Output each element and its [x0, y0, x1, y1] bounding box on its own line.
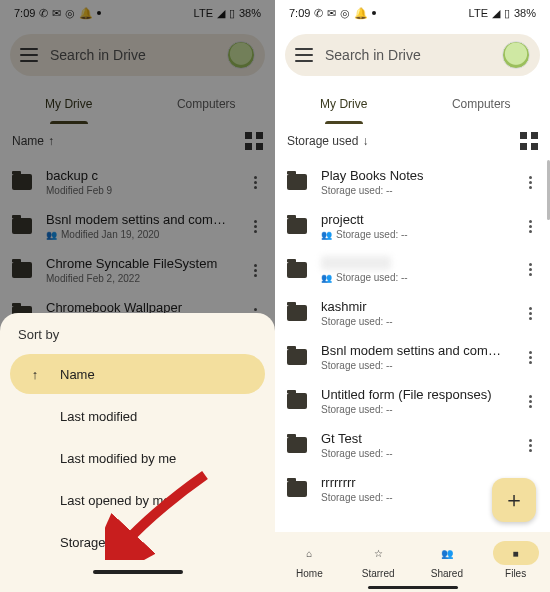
gesture-handle: [93, 570, 183, 574]
svg-rect-4: [520, 132, 527, 139]
sort-option[interactable]: Last modified: [10, 396, 265, 436]
file-name: Untitled form (File responses): [321, 387, 508, 402]
svg-rect-5: [531, 132, 538, 139]
sort-option[interactable]: Storage used: [10, 522, 265, 562]
avatar[interactable]: [502, 41, 530, 69]
option-label: Last modified by me: [60, 451, 176, 466]
sort-option[interactable]: ↑ Name: [10, 354, 265, 394]
search-bar[interactable]: Search in Drive: [285, 34, 540, 76]
file-name: rrrrrrrr: [321, 475, 508, 490]
msg-icon: ✉: [327, 7, 336, 20]
shared-icon: 👥: [321, 230, 332, 240]
phone-icon: ✆: [314, 7, 323, 20]
tabs: My Drive Computers: [275, 84, 550, 124]
net-label: LTE: [469, 7, 488, 19]
arrow-down-icon: ↓: [362, 134, 368, 148]
folder-icon: [287, 305, 307, 321]
star-icon: ☆: [374, 548, 383, 559]
battery-icon: ▯: [504, 7, 510, 20]
bottom-nav: ⌂ Home ☆ Starred 👥 Shared ■ Files: [275, 532, 550, 592]
folder-icon: [287, 218, 307, 234]
folder-icon: [287, 481, 307, 497]
grid-view-icon[interactable]: [520, 132, 538, 150]
more-icon[interactable]: [522, 307, 538, 320]
file-name: [321, 256, 391, 270]
sort-label: Storage used: [287, 134, 358, 148]
folder-icon: [287, 174, 307, 190]
status-dot: [372, 11, 376, 15]
tab-computers[interactable]: Computers: [413, 84, 551, 124]
more-icon[interactable]: [522, 176, 538, 189]
file-subtitle: Storage used: --: [321, 316, 508, 327]
list-item[interactable]: Play Books Notes Storage used: --: [275, 160, 550, 204]
file-subtitle: Storage used: --: [321, 448, 508, 459]
file-subtitle: 👥Storage used: --: [321, 229, 508, 240]
nav-shared[interactable]: 👥 Shared: [424, 541, 470, 579]
file-subtitle: Storage used: --: [321, 404, 508, 415]
tab-my-drive[interactable]: My Drive: [275, 84, 413, 124]
bell-icon: 🔔: [354, 7, 368, 20]
nav-home[interactable]: ⌂ Home: [286, 541, 332, 579]
file-name: Bsnl modem settins and complaint: [321, 343, 508, 358]
folder-icon: [287, 393, 307, 409]
more-icon[interactable]: [522, 439, 538, 452]
option-label: Last opened by me: [60, 493, 171, 508]
folder-icon: [287, 437, 307, 453]
list-item[interactable]: Untitled form (File responses) Storage u…: [275, 379, 550, 423]
nav-starred[interactable]: ☆ Starred: [355, 541, 401, 579]
shared-icon: 👥: [321, 273, 332, 283]
status-bar: 7:09 ✆ ✉ ◎ 🔔 LTE ◢ ▯ 38%: [275, 0, 550, 26]
folder-icon: [287, 349, 307, 365]
more-icon[interactable]: [522, 395, 538, 408]
folder-icon: ■: [513, 548, 519, 559]
file-subtitle: Storage used: --: [321, 492, 508, 503]
svg-rect-6: [520, 143, 527, 150]
svg-rect-7: [531, 143, 538, 150]
sort-option[interactable]: Last modified by me: [10, 438, 265, 478]
fab-add-button[interactable]: ＋: [492, 478, 536, 522]
file-subtitle: 👥Storage used: --: [321, 272, 508, 283]
list-item[interactable]: Gt Test Storage used: --: [275, 423, 550, 467]
search-placeholder: Search in Drive: [325, 47, 490, 63]
file-list: Play Books Notes Storage used: -- projec…: [275, 158, 550, 513]
folder-icon: [287, 262, 307, 278]
list-item[interactable]: projectt 👥Storage used: --: [275, 204, 550, 248]
more-icon[interactable]: [522, 220, 538, 233]
file-name: Play Books Notes: [321, 168, 508, 183]
more-icon[interactable]: [522, 351, 538, 364]
scrim[interactable]: [0, 0, 275, 340]
sort-row[interactable]: Storage used ↓: [275, 124, 550, 158]
status-time: 7:09: [289, 7, 310, 19]
more-icon[interactable]: [522, 263, 538, 276]
list-item[interactable]: Bsnl modem settins and complaint Storage…: [275, 335, 550, 379]
list-item[interactable]: kashmir Storage used: --: [275, 291, 550, 335]
nav-files[interactable]: ■ Files: [493, 541, 539, 579]
file-subtitle: Storage used: --: [321, 185, 508, 196]
option-label: Last modified: [60, 409, 137, 424]
option-label: Name: [60, 367, 95, 382]
gesture-handle: [368, 586, 458, 589]
arrow-up-icon: ↑: [28, 367, 42, 382]
list-item[interactable]: 👥Storage used: --: [275, 248, 550, 291]
sheet-title: Sort by: [0, 327, 275, 352]
sort-bottom-sheet: Sort by ↑ Name Last modified Last modifi…: [0, 313, 275, 592]
app-icon: ◎: [340, 7, 350, 20]
home-icon: ⌂: [306, 548, 312, 559]
file-name: Gt Test: [321, 431, 508, 446]
signal-icon: ◢: [492, 7, 500, 20]
sort-option[interactable]: Last opened by me: [10, 480, 265, 520]
battery-pct: 38%: [514, 7, 536, 19]
file-subtitle: Storage used: --: [321, 360, 508, 371]
option-label: Storage used: [60, 535, 137, 550]
file-name: projectt: [321, 212, 508, 227]
menu-icon[interactable]: [295, 48, 313, 62]
people-icon: 👥: [441, 548, 453, 559]
file-name: kashmir: [321, 299, 508, 314]
